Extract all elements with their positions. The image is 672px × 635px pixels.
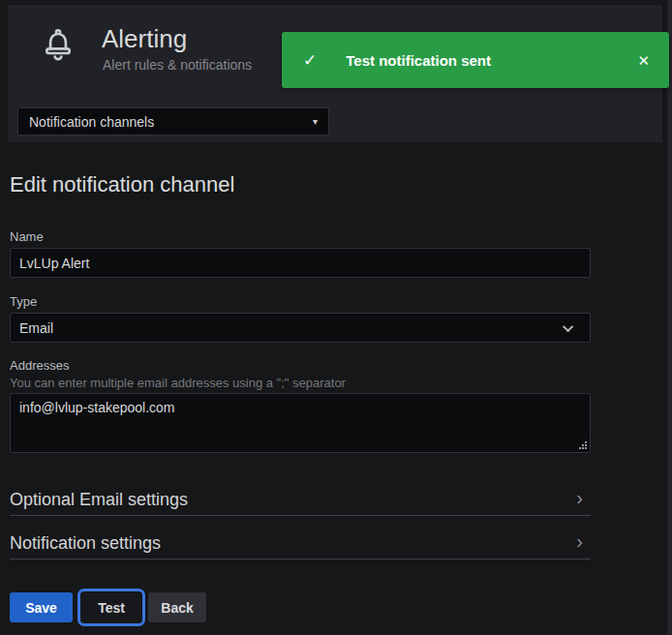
save-button[interactable]: Save [10,592,73,622]
type-select-value: Email [19,320,53,336]
chevron-right-icon: › [576,531,583,551]
type-select[interactable]: Email [10,313,591,343]
back-button[interactable]: Back [148,592,206,622]
addresses-field: info@lvlup-stakepool.com [10,393,591,453]
success-toast: ✓ Test notification sent ✕ [282,32,669,88]
page-title: Alerting [102,24,187,54]
addresses-help-text: You can enter multiple email addresses u… [10,376,346,390]
toast-message: Test notification sent [346,52,491,69]
chevron-right-icon: › [576,488,583,507]
name-input[interactable] [10,248,591,278]
section-label: Notification settings [10,533,161,554]
page-heading: Edit notification channel [10,172,234,197]
section-label: Optional Email settings [10,490,188,510]
addresses-label: Addresses [10,358,69,373]
name-label: Name [10,229,44,244]
caret-down-icon: ▾ [313,117,318,127]
check-icon: ✓ [303,50,317,71]
alerting-bell-icon [40,20,76,67]
section-notification-settings[interactable]: Notification settings › [10,528,591,559]
section-optional-email-settings[interactable]: Optional Email settings › [10,484,591,516]
notification-channels-dropdown[interactable]: Notification channels ▾ [17,107,329,136]
resize-handle[interactable] [585,447,587,449]
page-subtitle: Alert rules & notifications [103,57,252,73]
type-label: Type [10,294,37,309]
close-icon: ✕ [637,52,650,69]
scrollbar-track[interactable] [667,0,672,635]
addresses-textarea[interactable]: info@lvlup-stakepool.com [10,393,591,453]
alerting-page: Alerting Alert rules & notifications Not… [0,0,672,635]
dropdown-selected-label: Notification channels [29,114,154,130]
chevron-down-icon [563,320,573,331]
toast-close-button[interactable]: ✕ [633,49,654,72]
test-button[interactable]: Test [81,592,141,622]
